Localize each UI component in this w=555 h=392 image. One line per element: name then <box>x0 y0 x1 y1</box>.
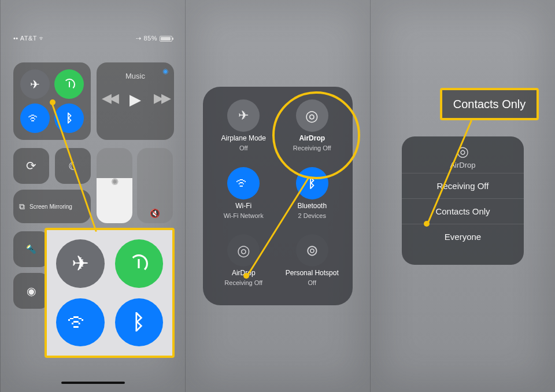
cellular-icon[interactable] <box>115 239 164 288</box>
wifi-icon[interactable] <box>20 103 50 133</box>
hotspot-cell[interactable]: Personal Hotspot Off <box>280 234 345 297</box>
forward-icon[interactable] <box>154 91 169 109</box>
cellular-icon[interactable] <box>54 69 84 99</box>
brightness-icon <box>111 176 119 187</box>
airdrop-option-receiving-off[interactable]: Receiving Off <box>402 173 524 198</box>
wifi-label: Wi-Fi <box>235 202 251 210</box>
airplane-mode-sub: Off <box>239 145 247 151</box>
music-tile[interactable]: ◉ Music <box>97 62 174 140</box>
volume-icon <box>150 208 160 219</box>
hotspot-sub: Off <box>308 279 316 286</box>
battery-icon <box>160 36 172 42</box>
volume-slider[interactable] <box>137 148 173 223</box>
bluetooth-icon[interactable] <box>54 103 84 133</box>
airplay-icon[interactable]: ◉ <box>162 67 168 75</box>
airplane-mode-icon <box>227 99 260 132</box>
battery-status: ⇢ 85% <box>136 35 172 42</box>
carrier-label: •• AT&T ᯤ <box>13 35 46 42</box>
airplane-mode-icon[interactable] <box>56 239 105 288</box>
screen-mirror-label: Screen Mirroring <box>29 204 72 210</box>
home-indicator <box>61 382 125 384</box>
rewind-icon[interactable] <box>102 91 117 109</box>
contacts-only-label: Contacts Only <box>453 98 526 111</box>
airdrop-menu-card[interactable]: AirDrop Receiving Off Contacts Only Ever… <box>402 136 524 265</box>
wifi-icon[interactable] <box>56 298 105 347</box>
bluetooth-sub: 2 Devices <box>298 212 326 219</box>
hotspot-label: Personal Hotspot <box>286 269 339 277</box>
flashlight-button[interactable] <box>13 231 49 267</box>
annotation-ring <box>272 91 360 179</box>
bluetooth-label: Bluetooth <box>297 202 327 210</box>
contacts-only-callout: Contacts Only <box>440 88 539 120</box>
airplane-mode-label: Airplane Mode <box>221 134 266 142</box>
connectivity-callout <box>45 228 175 358</box>
panel-control-center: •• AT&T ᯤ ⇢ 85% ◉ Music Screen Mirroring <box>0 0 185 392</box>
accessibility-button[interactable] <box>13 273 49 309</box>
screen-mirroring-button[interactable]: Screen Mirroring <box>13 190 91 223</box>
music-title: Music <box>101 72 169 80</box>
orientation-lock-button[interactable] <box>13 148 49 184</box>
panel-connectivity-expanded: Airplane Mode Off AirDrop Receiving Off … <box>185 0 370 392</box>
airplane-mode-cell[interactable]: Airplane Mode Off <box>211 99 276 162</box>
panel-airdrop-menu: Contacts Only AirDrop Receiving Off Cont… <box>370 0 555 392</box>
wifi-icon <box>227 167 260 199</box>
brightness-slider[interactable] <box>97 148 132 223</box>
bluetooth-icon[interactable] <box>115 298 164 347</box>
airdrop-option-everyone[interactable]: Everyone <box>402 224 524 249</box>
play-icon[interactable] <box>130 91 141 109</box>
wifi-sub: Wi-Fi Network <box>224 212 264 219</box>
wifi-cell[interactable]: Wi-Fi Wi-Fi Network <box>211 167 276 230</box>
airdrop-option-contacts-only[interactable]: Contacts Only <box>402 198 524 224</box>
airplane-mode-icon[interactable] <box>20 69 50 99</box>
status-bar: •• AT&T ᯤ ⇢ 85% <box>1 35 185 42</box>
screen-mirror-icon <box>19 202 25 212</box>
airdrop-sub: Receiving Off <box>224 279 262 286</box>
hotspot-icon <box>296 234 328 267</box>
